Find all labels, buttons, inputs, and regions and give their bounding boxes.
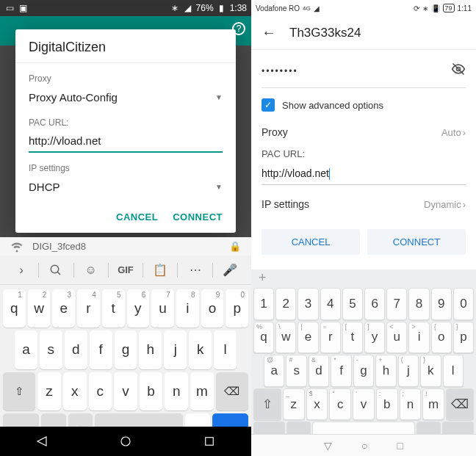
key-s[interactable]: #s <box>286 355 306 387</box>
password-input[interactable]: •••••••• <box>262 66 298 76</box>
connect-button[interactable]: CONNECT <box>367 229 466 255</box>
key-g[interactable]: -g <box>353 355 374 387</box>
chevron-right-icon[interactable]: › <box>4 264 38 277</box>
cancel-button[interactable]: CANCEL <box>262 229 360 255</box>
key-9[interactable]: 9 <box>431 288 452 320</box>
key-n[interactable]: ;n <box>400 388 422 421</box>
key-p[interactable]: }p <box>453 322 474 354</box>
key-a[interactable]: a <box>15 330 37 369</box>
password-row[interactable]: •••••••• <box>262 57 466 88</box>
key-i[interactable]: 8i <box>176 289 199 327</box>
key-t[interactable]: 5t <box>102 289 125 327</box>
key-m[interactable]: m <box>190 372 214 410</box>
key-u[interactable]: 7u <box>151 289 174 327</box>
key-6[interactable]: 6 <box>364 288 385 320</box>
key-j[interactable]: (j <box>398 355 419 387</box>
key-c[interactable]: "c <box>329 388 351 421</box>
back-icon[interactable]: ← <box>262 24 276 41</box>
recent-nav-icon[interactable]: □ <box>397 440 403 452</box>
key-u[interactable]: <u <box>386 322 407 354</box>
key-f[interactable]: f <box>90 330 112 369</box>
search-icon[interactable] <box>39 264 73 277</box>
key-y[interactable]: 6y <box>127 289 150 327</box>
key-w[interactable]: \w <box>275 322 296 354</box>
more-icon[interactable]: ⋯ <box>178 263 212 277</box>
connect-button[interactable]: CONNECT <box>173 211 223 222</box>
key-w[interactable]: 2w <box>28 289 51 327</box>
home-nav-icon[interactable] <box>119 435 132 448</box>
key-n[interactable]: n <box>165 372 188 410</box>
key-x[interactable]: x <box>63 372 87 410</box>
home-nav-icon[interactable]: ○ <box>361 440 367 452</box>
pac-url-input[interactable] <box>29 130 223 153</box>
key-r[interactable]: =r <box>320 322 341 354</box>
key-q[interactable]: %q <box>253 322 274 354</box>
clipboard-icon[interactable]: 📋 <box>143 263 177 277</box>
key-t[interactable]: [t <box>342 322 363 354</box>
key-m[interactable]: !m <box>422 388 444 421</box>
key-f[interactable]: *f <box>331 355 351 387</box>
key-d[interactable]: &d <box>309 355 329 387</box>
key-c[interactable]: c <box>89 372 112 410</box>
sticker-icon[interactable]: ☺ <box>74 264 108 277</box>
key-2[interactable]: 2 <box>275 288 296 320</box>
key-k[interactable]: k <box>189 330 212 369</box>
key-o[interactable]: {o <box>431 322 452 354</box>
pac-url-input[interactable]: http://vload.net <box>262 167 329 179</box>
shift-key[interactable]: ⇧ <box>3 372 35 410</box>
key-v[interactable]: 'v <box>353 388 375 421</box>
backspace-key[interactable]: ⌫ <box>216 372 248 410</box>
mic-icon[interactable]: 🎤 <box>213 263 247 277</box>
key-e[interactable]: 3e <box>52 289 75 327</box>
key-q[interactable]: 1q <box>3 289 26 327</box>
gif-button[interactable]: GIF <box>109 264 143 275</box>
ip-settings-dropdown[interactable]: DHCP ▼ <box>29 173 223 197</box>
key-b[interactable]: :b <box>376 388 398 421</box>
key-8[interactable]: 8 <box>408 288 429 320</box>
key-l[interactable]: l <box>443 355 464 387</box>
shift-key[interactable]: ⇧ <box>253 388 281 421</box>
key-k[interactable]: )k <box>420 355 441 387</box>
key-o[interactable]: 9o <box>201 289 224 327</box>
proxy-row[interactable]: Proxy Auto › <box>262 117 466 147</box>
key-p[interactable]: 0p <box>226 289 248 327</box>
proxy-dropdown[interactable]: Proxy Auto-Config ▼ <box>29 84 223 107</box>
key-row-0: 1234567890 <box>253 287 475 321</box>
checkbox-checked-icon[interactable]: ✓ <box>262 98 275 112</box>
key-4[interactable]: 4 <box>320 288 341 320</box>
key-j[interactable]: j <box>164 330 187 369</box>
key-l[interactable]: l <box>214 330 237 369</box>
key-h[interactable]: h <box>139 330 162 369</box>
key-s[interactable]: s <box>40 330 62 369</box>
key-h[interactable]: +h <box>375 355 396 387</box>
key-r[interactable]: 4r <box>77 289 100 327</box>
key-a[interactable]: @a <box>264 355 284 387</box>
key-d[interactable]: d <box>65 330 87 369</box>
key-0[interactable]: 0 <box>453 288 474 320</box>
svg-line-1 <box>58 272 61 275</box>
key-y[interactable]: ]y <box>364 322 385 354</box>
key-b[interactable]: b <box>140 372 163 410</box>
key-v[interactable]: v <box>114 372 137 410</box>
key-1[interactable]: 1 <box>253 288 274 320</box>
backspace-key[interactable]: ⌫ <box>446 388 474 421</box>
show-advanced-checkbox[interactable]: ✓ Show advanced options <box>262 98 466 112</box>
cancel-button[interactable]: CANCEL <box>116 211 158 222</box>
key-7[interactable]: 7 <box>386 288 407 320</box>
key-i[interactable]: >i <box>408 322 429 354</box>
eye-off-icon[interactable] <box>451 62 466 80</box>
key-z[interactable]: _z <box>283 388 305 421</box>
vibrate-icon: 📳 <box>431 4 440 12</box>
back-nav-icon[interactable] <box>35 435 48 448</box>
key-x[interactable]: $x <box>306 388 328 421</box>
key-g[interactable]: g <box>115 330 137 369</box>
key-z[interactable]: z <box>37 372 61 410</box>
recent-nav-icon[interactable] <box>203 435 216 448</box>
key-e[interactable]: |e <box>298 322 318 354</box>
back-nav-icon[interactable]: ▽ <box>324 440 332 452</box>
ip-settings-row[interactable]: IP settings Dynamic › <box>262 189 466 219</box>
key-5[interactable]: 5 <box>342 288 363 320</box>
key-3[interactable]: 3 <box>298 288 318 320</box>
status-bar: ▭ ▣ ∗ ◢ 76% ▮ 1:38 <box>0 0 251 16</box>
expand-tab[interactable]: + <box>251 269 476 286</box>
